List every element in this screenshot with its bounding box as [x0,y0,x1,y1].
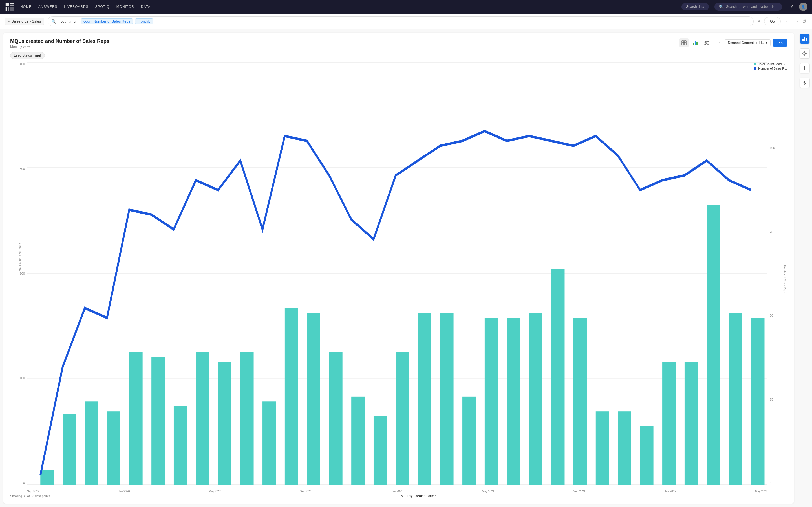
datasource-selector[interactable]: ≡ Salesforce - Sales [4,18,44,25]
chart-panel: MQLs created and Number of Sales Reps Mo… [3,33,794,504]
bar-2 [63,414,76,485]
y-left-300: 300 [20,167,25,170]
share-icon [704,40,709,45]
y-right-50: 50 [770,314,787,317]
bar-30 [684,362,698,485]
chart-toolbar: Demand Generation Li... ▾ Pin [679,38,787,47]
y-left-400: 400 [20,62,25,66]
avatar[interactable]: 👤 [799,3,808,11]
chart-legend: Total Count Lead S... Number of Sales R.… [754,62,787,70]
chart-area: 400 300 200 100 0 Total Count Lead Statu… [10,62,787,493]
bar-15 [351,397,364,485]
bar-14 [329,352,342,485]
y-right-axis-label: Number of Sales Reps [783,265,786,293]
forward-button[interactable]: → [793,17,800,25]
nav-spotiq[interactable]: SPOTIQ [95,5,110,9]
bar-4 [107,411,120,485]
bar-29 [662,362,675,485]
global-search[interactable]: 🔍 Search answers and Liveboards [714,3,782,11]
svg-rect-5 [10,7,13,11]
more-options-button[interactable] [713,38,722,47]
sidebar-chart-button[interactable] [800,34,810,44]
bar-27 [618,411,631,485]
sidebar-lightning-button[interactable] [800,78,810,88]
sidebar-settings-button[interactable] [800,48,810,59]
nav-home[interactable]: HOME [20,5,32,9]
svg-rect-3 [6,7,7,11]
global-search-placeholder: Search answers and Liveboards [726,5,774,9]
x-label-jan2022: Jan 2022 [665,490,676,493]
y-left-axis-label: Total Count Lead Status [18,242,22,273]
chevron-down-icon: ▾ [766,41,767,45]
right-sidebar: i [797,29,812,507]
nav-liveboards[interactable]: LIVEBOARDS [64,5,88,9]
x-label-may2022: May 2022 [755,490,767,493]
bar-25 [573,318,587,485]
svg-rect-8 [682,43,684,45]
bar-6 [151,357,165,485]
logo[interactable] [4,2,15,12]
bar-28 [640,426,653,485]
nav-answers[interactable]: ANSWERS [38,5,57,9]
svg-rect-2 [10,5,13,6]
svg-point-20 [719,43,720,43]
sidebar-chart-icon [802,36,807,41]
filter-pill[interactable]: Lead Status mql [10,52,45,59]
nav-data[interactable]: DATA [141,5,151,9]
filter-value: mql [35,54,41,57]
sidebar-info-button[interactable]: i [800,63,810,73]
pin-button[interactable]: Pin [773,39,787,47]
back-button[interactable]: ← [784,17,792,25]
liveboard-dropdown[interactable]: Demand Generation Li... ▾ [725,40,770,46]
svg-rect-1 [10,3,13,4]
bar-24 [551,269,564,485]
search-token-monthly[interactable]: monthly [135,18,153,24]
help-button[interactable]: ? [788,3,796,11]
bar-31 [707,205,720,485]
x-label-sep2021: Sep 2021 [573,490,586,493]
chart-footer: Showing 33 of 33 data points Monthly Cre… [10,494,787,498]
bar-12 [285,308,298,485]
clear-search-button[interactable]: ✕ [757,18,761,24]
info-icon: i [804,66,805,70]
go-button[interactable]: Go [764,17,781,25]
chart-view-button[interactable] [691,38,700,47]
chart-svg [27,62,767,485]
bar-9 [218,362,232,485]
y-right-100: 100 [770,146,787,150]
share-button[interactable] [702,38,711,47]
sort-icon[interactable]: ↑ [435,494,437,498]
y-right-75: 75 [770,230,787,233]
refresh-button[interactable]: ↺ [801,17,808,25]
bar-19 [440,313,453,485]
table-view-button[interactable] [679,38,689,47]
svg-rect-12 [696,42,698,45]
search-input-area[interactable]: 🔍 count mql count Number of Sales Reps m… [48,16,754,26]
bar-20 [462,397,476,485]
legend-dot-2 [754,67,756,70]
y-left-0: 0 [23,481,25,485]
search-token-count[interactable]: count Number of Sales Reps [81,18,133,24]
x-axis-labels: Sep 2019 Jan 2020 May 2020 Sep 2020 Jan … [27,486,767,493]
search-data-button[interactable]: Search data [681,3,709,10]
legend-label-2: Number of Sales R... [758,67,787,70]
filter-label: Lead Status [14,54,32,57]
nav-monitor[interactable]: MONITOR [116,5,134,9]
topnav-links: HOME ANSWERS LIVEBOARDS SPOTIQ MONITOR D… [20,5,676,9]
svg-point-14 [707,44,709,45]
footer-center-label: Monthly Created Date [401,494,434,498]
chart-subtitle: Monthly view [10,45,109,49]
y-right-25: 25 [770,398,787,401]
svg-point-29 [804,53,806,54]
svg-point-18 [716,43,717,43]
chart-title: MQLs created and Number of Sales Reps [10,38,109,44]
bar-33 [751,318,764,485]
bar-22 [507,318,520,485]
bar-26 [596,411,609,485]
search-icon: 🔍 [51,19,56,24]
topnav-icons: ? 👤 [788,3,808,11]
svg-rect-28 [806,38,807,41]
liveboard-label: Demand Generation Li... [728,41,765,45]
y-right-0: 0 [770,482,787,485]
y-left-100: 100 [20,376,25,380]
